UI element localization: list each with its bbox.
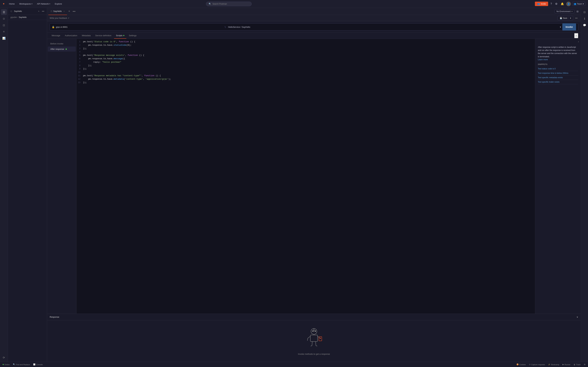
svg-line-14 <box>311 346 312 346</box>
url-input[interactable] <box>56 26 222 28</box>
sidebar-icon-history[interactable]: ≡ <box>1 29 7 35</box>
find-replace-button[interactable]: 🔍 Find and Replace <box>13 363 30 366</box>
response-header[interactable]: Response ∨ <box>47 314 581 320</box>
cookies-button[interactable]: 🍪 Cookies <box>516 363 526 366</box>
team-icon: 👥 <box>574 3 576 5</box>
search-placeholder: Search Postman <box>212 3 227 5</box>
nav-api-network[interactable]: API Network ▾ <box>35 2 52 6</box>
notifications-button[interactable]: 🔔 <box>560 1 565 6</box>
expand-icon[interactable]: › <box>578 40 579 43</box>
team-button[interactable]: 👥 Team ▾ <box>572 2 585 6</box>
sidebar-icon-collections[interactable]: ☰ <box>1 9 7 15</box>
capture-label: Capture requests <box>531 364 545 366</box>
nav-home[interactable]: Home <box>7 2 16 6</box>
search-icon: 🔍 <box>209 3 211 5</box>
learn-more-link[interactable]: Learn more <box>538 58 548 61</box>
tabs-more-button[interactable]: ••• <box>71 10 77 13</box>
snippet-item-0[interactable]: Test status code is 0 <box>538 67 578 71</box>
sidebar-icon-mock[interactable]: ⊡ <box>1 22 7 28</box>
runner-button[interactable]: ▶ Runner <box>562 363 570 366</box>
tab-settings[interactable]: Settings <box>127 33 138 39</box>
before-invoke-item[interactable]: Before invoke <box>48 41 76 46</box>
write-feedback-link[interactable]: Write your feedback ↗ <box>50 17 558 19</box>
status-bar: Online 🔍 Find and Replace ⬜ Console 🍪 Co… <box>0 362 588 367</box>
tab-service-definition[interactable]: Service definition <box>93 33 113 39</box>
right-panel: › After response script is written in Ja… <box>535 39 581 314</box>
service-path-selector[interactable]: HelloService / SayHello ▾ <box>228 26 561 28</box>
invoke-button[interactable]: Invoke <box>562 23 576 31</box>
nav-workspaces[interactable]: Workspaces ▾ <box>18 2 34 6</box>
after-response-item[interactable]: After response <box>48 47 76 52</box>
breadcrumb-parent[interactable]: grpcbin <box>10 16 17 18</box>
workspaces-chevron-icon: ▾ <box>32 3 32 5</box>
sidebar-icon-environments[interactable]: ⊙ <box>1 16 7 22</box>
editor-and-panel: 1 pm.test('Status code is 0', function (… <box>77 39 581 314</box>
search-bar[interactable]: 🔍 Search Postman <box>206 2 252 6</box>
online-dot <box>3 364 4 365</box>
online-status[interactable]: Online <box>3 364 10 366</box>
layout-button[interactable]: ⊞ <box>584 363 585 366</box>
right-icon-comments[interactable]: 💬 <box>582 22 588 28</box>
tab-message[interactable]: Message <box>50 33 62 39</box>
snippet-item-3[interactable]: Test specific trailer exists <box>538 80 578 84</box>
tab-authorization[interactable]: Authorization <box>63 33 79 39</box>
response-collapse-icon[interactable]: ∨ <box>577 316 578 318</box>
save-dropdown-icon[interactable]: ▾ <box>569 17 571 19</box>
scripts-layout: Before invoke After response 1 pm.test('… <box>47 39 581 314</box>
snippet-item-1[interactable]: Test response time is below 200ms <box>538 71 578 75</box>
right-icon-info[interactable]: ℹ <box>582 16 588 22</box>
response-area: Response ∨ <box>47 314 581 362</box>
service-path-label: HelloService / SayHello <box>228 26 250 28</box>
save-button[interactable]: 💾 Save ▾ <box>558 16 573 20</box>
nav-explore[interactable]: Explore <box>53 2 64 6</box>
trash-button[interactable]: 🗑 Trash <box>574 364 581 366</box>
new-tab-button[interactable]: ＋ <box>37 9 41 13</box>
snippet-item-2[interactable]: Test specific metadata exists <box>538 75 578 80</box>
settings-button[interactable]: ⚙ <box>554 1 558 6</box>
find-replace-icon: 🔍 <box>13 363 15 366</box>
cookies-icon: 🍪 <box>516 363 519 366</box>
console-button[interactable]: ⬜ Console <box>33 363 43 366</box>
panel-expand-row: › <box>535 39 581 43</box>
code-line-7: 7 reply: "hello postman" <box>77 61 535 64</box>
tab-label-sayhello: SayHello <box>53 10 62 12</box>
env-settings-icon[interactable]: ⊟ <box>576 9 579 14</box>
code-line-1: 1 pm.test('Status code is 0', function (… <box>77 40 535 44</box>
help-button[interactable]: ? <box>549 1 553 6</box>
code-editor[interactable]: 1 pm.test('Status code is 0', function (… <box>77 39 535 314</box>
code-line-5: 5 pm.test('Response message exists', fun… <box>77 54 535 57</box>
bootcamp-icon: 🎓 <box>548 363 551 366</box>
environment-selector[interactable]: No Environment ▾ <box>555 9 574 13</box>
code-line-4: 4 <box>77 50 535 54</box>
collapse-button[interactable]: ∧ <box>574 33 578 38</box>
sidebar-icon-history2[interactable]: ⟳ <box>1 355 7 360</box>
nav-right: 👥 Invite ? ⚙ 🔔 👤 👥 Team ▾ <box>535 1 585 6</box>
code-line-8: 8 }); <box>77 64 535 67</box>
tabs-bar: ⬡ SayHello × + ••• No Environment ▾ ⊟ <box>47 8 581 15</box>
env-chevron-icon: ▾ <box>571 10 572 13</box>
grpcbin-label: ⬡ <box>10 10 13 13</box>
bootcamp-button[interactable]: 🎓 Bootcamp <box>548 363 559 366</box>
actions-more-button[interactable]: ••• <box>574 16 578 20</box>
right-panel-icons: ⊟ ℹ 💬 <box>581 8 588 362</box>
tab-scripts[interactable]: Scripts <box>114 33 126 39</box>
active-tab-sayhello[interactable]: ⬡ SayHello × <box>48 8 67 15</box>
response-body: Invoke methods to get a response <box>47 320 581 362</box>
request-tabs: Message Authorization Metadata Service d… <box>47 33 581 39</box>
sayhello-tab-label: SayHello <box>14 10 22 12</box>
invite-button[interactable]: 👥 Invite <box>535 2 548 6</box>
add-tab-button[interactable]: + <box>67 10 71 13</box>
code-line-10: 10 <box>77 71 535 74</box>
url-bar: 🔒 ⇅ HelloService / SayHello ▾ Invoke <box>50 23 578 31</box>
right-icon-request[interactable]: ⊟ <box>582 9 588 15</box>
tabs-right: No Environment ▾ ⊟ <box>555 9 579 14</box>
capture-icon: ⊙ <box>529 363 530 366</box>
avatar[interactable]: 👤 <box>566 2 571 6</box>
sidebar-icon-monitor[interactable]: 📊 <box>1 35 7 41</box>
capture-button[interactable]: ⊙ Capture requests <box>529 363 545 366</box>
before-invoke-label: Before invoke <box>50 42 63 45</box>
more-options-button[interactable]: ••• <box>41 9 45 13</box>
code-line-11: 11 pm.test('Response metadata has "conte… <box>77 74 535 77</box>
tab-metadata[interactable]: Metadata <box>80 33 93 39</box>
tab-close-icon[interactable]: × <box>63 10 65 13</box>
